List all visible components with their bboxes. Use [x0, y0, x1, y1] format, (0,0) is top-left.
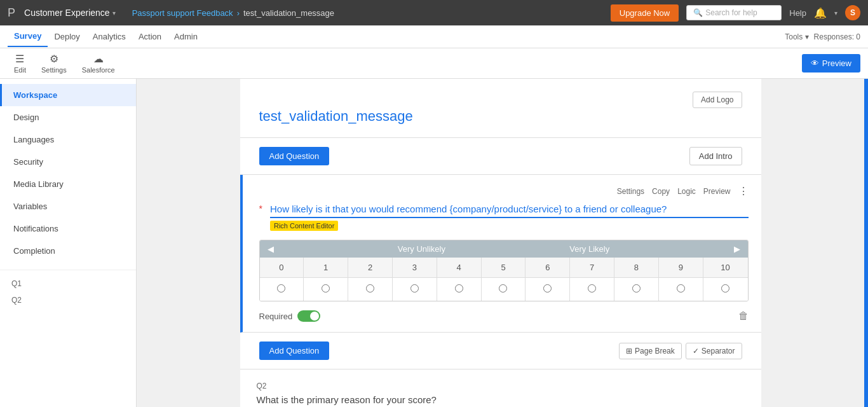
nps-radio-10[interactable] [703, 278, 748, 301]
nps-num-9: 9 [659, 258, 703, 277]
content-area: Add Logo test_validation_message Add Que… [137, 79, 864, 407]
nps-num-0: 0 [260, 258, 304, 277]
toolbar-right: 👁 Preview [802, 54, 860, 72]
nps-radio-6[interactable] [526, 278, 570, 301]
user-avatar[interactable]: S [845, 5, 860, 20]
salesforce-tool[interactable]: ☁ Salesforce [76, 50, 121, 76]
app-name[interactable]: Customer Experience ▾ [24, 8, 116, 18]
action-bar-bottom: Add Question ⊞ Page Break ✓ Separator [240, 333, 761, 369]
add-intro-button[interactable]: Add Intro [689, 147, 742, 165]
q1-label: Q1 [11, 279, 22, 288]
app-logo-icon: P [8, 6, 15, 20]
q1-logic-action[interactable]: Logic [677, 187, 696, 196]
delete-question-icon[interactable]: 🗑 [738, 310, 749, 322]
breadcrumb-current: test_validation_message [243, 8, 334, 18]
help-link[interactable]: Help [789, 8, 806, 18]
app-chevron-icon: ▾ [112, 10, 116, 17]
right-edge-indicator [864, 79, 868, 407]
preview-label: Preview [822, 59, 851, 68]
q2-label: Q2 [11, 296, 22, 305]
nps-radio-0[interactable] [260, 278, 304, 301]
secondary-nav: Survey Deploy Analytics Action Admin Too… [0, 25, 868, 48]
main-layout: Workspace Design Languages Security Medi… [0, 79, 868, 407]
survey-header-card: Add Logo test_validation_message [240, 79, 761, 138]
sidebar: Workspace Design Languages Security Medi… [0, 79, 137, 407]
add-logo-button[interactable]: Add Logo [693, 92, 742, 108]
q1-settings-action[interactable]: Settings [617, 187, 644, 196]
nps-radio-5[interactable] [482, 278, 526, 301]
search-box[interactable]: 🔍 Search for help [686, 5, 782, 20]
nps-radio-4[interactable] [437, 278, 482, 301]
toolbar: ☰ Edit ⚙ Settings ☁ Salesforce 👁 Preview [0, 48, 868, 79]
salesforce-icon: ☁ [93, 53, 104, 65]
nps-labels-row: ◀ Very Unlikely Very Likely ▶ [260, 240, 748, 258]
nps-radio-7[interactable] [570, 278, 614, 301]
q1-more-icon[interactable]: ⋮ [738, 185, 749, 197]
nps-radio-2[interactable] [348, 278, 393, 301]
sidebar-item-notifications[interactable]: Notifications [0, 217, 136, 240]
nps-num-7: 7 [570, 258, 614, 277]
nps-radio-1[interactable] [304, 278, 348, 301]
nav-item-deploy[interactable]: Deploy [48, 27, 86, 46]
required-toggle[interactable] [297, 310, 320, 322]
top-bar: P Customer Experience ▾ Passport support… [0, 0, 868, 25]
search-placeholder: Search for help [705, 8, 757, 17]
settings-tool[interactable]: ⚙ Settings [35, 50, 73, 76]
question1-text-input[interactable] [270, 204, 749, 218]
q1-preview-action[interactable]: Preview [703, 187, 731, 196]
sidebar-q1[interactable]: Q1 [0, 275, 136, 292]
nps-scale: ◀ Very Unlikely Very Likely ▶ 0 1 2 3 4 … [259, 240, 749, 301]
required-label: Required [259, 312, 293, 321]
nav-item-analytics[interactable]: Analytics [86, 27, 132, 46]
nps-num-1: 1 [304, 258, 348, 277]
question1-footer: Required 🗑 [259, 310, 749, 322]
separator-check-icon: ✓ [693, 347, 699, 355]
breadcrumb-link[interactable]: Passport support Feedback [132, 8, 233, 18]
page-break-icon: ⊞ [626, 347, 632, 355]
nps-num-2: 2 [348, 258, 393, 277]
notifications-icon[interactable]: 🔔 [814, 7, 827, 19]
upgrade-button[interactable]: Upgrade Now [611, 4, 679, 22]
rich-content-hint: Rich Content Editor [270, 221, 338, 231]
nav-item-action[interactable]: Action [132, 27, 168, 46]
app-name-label: Customer Experience [24, 8, 110, 18]
separator-button[interactable]: ✓ Separator [686, 343, 742, 359]
sidebar-item-variables[interactable]: Variables [0, 195, 136, 217]
nav-item-admin[interactable]: Admin [168, 27, 204, 46]
add-question-button-bottom[interactable]: Add Question [259, 341, 330, 360]
top-bar-right: Upgrade Now 🔍 Search for help Help 🔔 ▾ S [611, 4, 860, 22]
edit-tool[interactable]: ☰ Edit [8, 50, 32, 76]
nps-left-arrow-icon: ◀ [268, 244, 274, 254]
question1-card: Settings Copy Logic Preview ⋮ * Rich Con… [240, 175, 761, 333]
sidebar-item-design[interactable]: Design [0, 106, 136, 128]
nps-radio-8[interactable] [614, 278, 659, 301]
nps-num-10: 10 [703, 258, 748, 277]
sidebar-item-workspace[interactable]: Workspace [0, 84, 136, 106]
nps-radio-row [260, 277, 748, 301]
add-question-button-top[interactable]: Add Question [259, 147, 330, 165]
sidebar-item-media-library[interactable]: Media Library [0, 173, 136, 195]
nps-left-label: Very Unlikely [398, 244, 445, 254]
chevron-notif-icon: ▾ [834, 10, 837, 17]
sidebar-q2[interactable]: Q2 [0, 292, 136, 308]
nps-radio-3[interactable] [393, 278, 437, 301]
sidebar-item-security[interactable]: Security [0, 151, 136, 173]
sec-nav-right: Tools ▾ Responses: 0 [785, 32, 860, 41]
q1-copy-action[interactable]: Copy [652, 187, 670, 196]
tools-dropdown[interactable]: Tools ▾ [785, 32, 808, 41]
sidebar-item-languages[interactable]: Languages [0, 128, 136, 151]
nps-radio-9[interactable] [659, 278, 703, 301]
sidebar-item-completion[interactable]: Completion [0, 240, 136, 262]
nps-num-5: 5 [482, 258, 526, 277]
nav-item-survey[interactable]: Survey [8, 26, 48, 47]
survey-title: test_validation_message [259, 108, 742, 125]
settings-label: Settings [41, 66, 67, 74]
breadcrumb-separator: › [237, 8, 240, 18]
preview-button[interactable]: 👁 Preview [802, 54, 860, 72]
settings-icon: ⚙ [50, 53, 58, 65]
q1-text-row: * Rich Content Editor [259, 204, 749, 231]
nps-right-arrow-icon: ▶ [734, 244, 740, 254]
required-star-icon: * [259, 204, 262, 214]
page-break-button[interactable]: ⊞ Page Break [619, 343, 682, 359]
nps-num-4: 4 [437, 258, 482, 277]
